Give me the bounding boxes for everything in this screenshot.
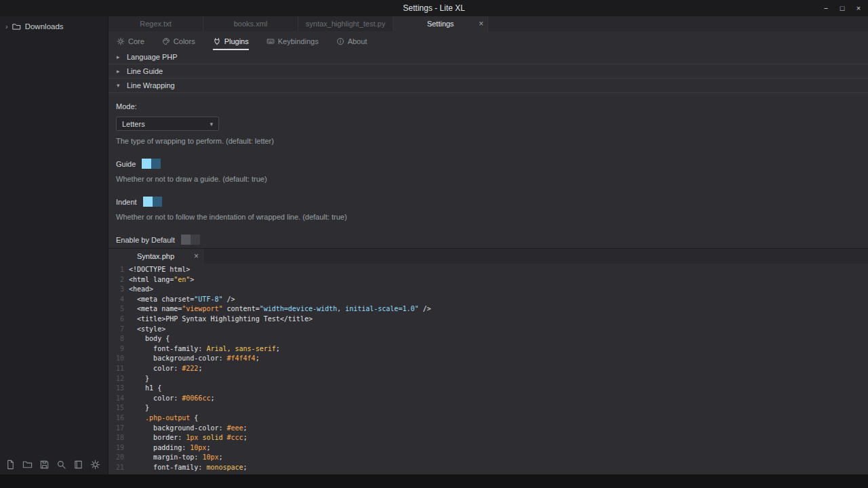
settings-tab-label: Keybindings [278, 37, 319, 45]
search-icon[interactable] [56, 460, 66, 470]
window-controls: − □ × [821, 0, 864, 16]
doc-tab-label: Regex.txt [140, 20, 171, 28]
settings-pane: CoreColorsPluginsKeybindingsAbout ▸Langu… [108, 31, 868, 248]
editor-pane: Syntax.php × 1<!DOCTYPE html>2<html lang… [108, 248, 868, 474]
doc-tab-regex-txt[interactable]: Regex.txt [108, 16, 203, 31]
field-guide: Guide [116, 159, 868, 169]
code-line[interactable]: 4 <meta charset="UTF-8" /> [108, 295, 868, 305]
code-text: <html lang="en"> [124, 275, 194, 285]
code-text: background-color: #f4f4f4; [124, 354, 260, 364]
section-label: Line Wrapping [127, 81, 175, 89]
line-number: 10 [108, 354, 124, 364]
tab-close-icon[interactable]: × [479, 16, 484, 31]
doc-tab-books-xml[interactable]: books.xml [203, 16, 298, 31]
line-number: 21 [108, 463, 124, 473]
new-file-icon[interactable] [5, 460, 16, 470]
treeview-sidebar: › Downloads [0, 16, 108, 474]
line-number: 15 [108, 403, 124, 413]
settings-icon[interactable] [90, 460, 100, 470]
keyboard-icon [267, 37, 275, 45]
code-line[interactable]: 9 font-family: Arial, sans-serif; [108, 344, 868, 354]
editor-tab-syntax-php[interactable]: Syntax.php × [108, 249, 203, 264]
code-text: font-family: monospace; [124, 463, 248, 473]
code-line[interactable]: 8 body { [108, 334, 868, 344]
code-text: h1 { [124, 384, 161, 394]
line-number: 2 [108, 275, 124, 285]
toggle-guide[interactable] [142, 159, 161, 169]
field-label: Guide [116, 160, 136, 168]
code-line[interactable]: 21 font-family: monospace; [108, 463, 868, 473]
palette-icon [162, 37, 170, 45]
line-number: 16 [108, 413, 124, 424]
code-text: .php-output { [124, 413, 198, 424]
code-line[interactable]: 15 } [108, 403, 868, 413]
toggle-knob [142, 159, 151, 169]
line-number: 4 [108, 295, 124, 305]
line-number: 1 [108, 265, 124, 275]
code-line[interactable]: 11 color: #222; [108, 364, 868, 374]
code-line[interactable]: 10 background-color: #f4f4f4; [108, 354, 868, 364]
code-line[interactable]: 6 <title>PHP Syntax Highlighting Test</t… [108, 314, 868, 325]
mode-label: Mode: [116, 102, 868, 110]
close-button[interactable]: × [853, 3, 864, 14]
editor-tab-label: Syntax.php [137, 252, 174, 260]
line-number: 14 [108, 394, 124, 404]
code-line[interactable]: 1<!DOCTYPE html> [108, 265, 868, 275]
line-number: 12 [108, 374, 124, 384]
code-line[interactable]: 18 border: 1px solid #ccc; [108, 433, 868, 443]
save-icon[interactable] [39, 460, 50, 470]
minimize-button[interactable]: − [821, 3, 831, 14]
code-line[interactable]: 12 } [108, 374, 868, 384]
code-line[interactable]: 14 color: #0066cc; [108, 394, 868, 404]
status-bar [0, 474, 868, 488]
toggle-indent[interactable] [143, 197, 162, 207]
settings-tab-keybindings[interactable]: Keybindings [267, 36, 319, 50]
code-line[interactable]: 5 <meta name="viewport" content="width=d… [108, 304, 868, 314]
code-area[interactable]: 1<!DOCTYPE html>2<html lang="en">3<head>… [108, 265, 868, 474]
code-text: <!DOCTYPE html> [124, 265, 190, 275]
line-number: 20 [108, 453, 124, 463]
settings-tab-about[interactable]: About [336, 36, 368, 50]
settings-fields: Mode: Letters ▾ The type of wrapping to … [108, 102, 868, 248]
code-line[interactable]: 19 padding: 10px; [108, 443, 868, 453]
code-text: border: 1px solid #ccc; [124, 433, 248, 443]
maximize-button[interactable]: □ [837, 3, 848, 14]
editor-tab-bar: Syntax.php × [108, 249, 868, 264]
code-line[interactable]: 7 <style> [108, 325, 868, 335]
line-number: 5 [108, 304, 124, 314]
line-number: 13 [108, 384, 124, 394]
open-folder-icon[interactable] [22, 460, 33, 470]
tree-item-label: Downloads [25, 22, 64, 30]
field-enable-by-default: Enable by Default [116, 235, 868, 245]
code-line[interactable]: 13 h1 { [108, 384, 868, 394]
toggle-enable-by-default[interactable] [181, 235, 200, 245]
mode-dropdown[interactable]: Letters ▾ [116, 117, 219, 131]
settings-tab-plugins[interactable]: Plugins [213, 36, 249, 50]
code-line[interactable]: 17 background-color: #eee; [108, 424, 868, 434]
code-text: background-color: #eee; [124, 424, 248, 434]
section-language-php[interactable]: ▸Language PHP [108, 50, 868, 64]
section-line-wrapping[interactable]: ▾Line Wrapping [108, 79, 868, 93]
code-line[interactable]: 16 .php-output { [108, 413, 868, 424]
line-number: 19 [108, 443, 124, 453]
settings-tab-core[interactable]: Core [117, 36, 144, 50]
code-line[interactable]: 3<head> [108, 285, 868, 295]
tab-close-icon[interactable]: × [194, 249, 199, 264]
doc-tab-syntax-highlight-test-py[interactable]: syntax_highlight_test.py [298, 16, 393, 31]
sidebar-item-downloads[interactable]: › Downloads [0, 19, 108, 34]
gear-icon [117, 37, 125, 45]
field-description: Whether or not to draw a guide. (default… [116, 175, 868, 183]
info-icon [336, 37, 344, 45]
line-number: 8 [108, 334, 124, 344]
chevron-down-icon: ▾ [210, 121, 213, 127]
code-line[interactable]: 2<html lang="en"> [108, 275, 868, 285]
code-line[interactable]: 20 margin-top: 10px; [108, 453, 868, 463]
code-text: <title>PHP Syntax Highlighting Test</tit… [124, 314, 313, 325]
toggle-list: GuideWhether or not to draw a guide. (de… [116, 159, 868, 248]
settings-tab-label: Core [128, 37, 144, 45]
doc-tab-settings[interactable]: Settings× [393, 16, 488, 31]
book-icon[interactable] [73, 460, 83, 470]
settings-tab-colors[interactable]: Colors [162, 36, 195, 50]
code-text: body { [124, 334, 170, 344]
section-line-guide[interactable]: ▸Line Guide [108, 64, 868, 79]
